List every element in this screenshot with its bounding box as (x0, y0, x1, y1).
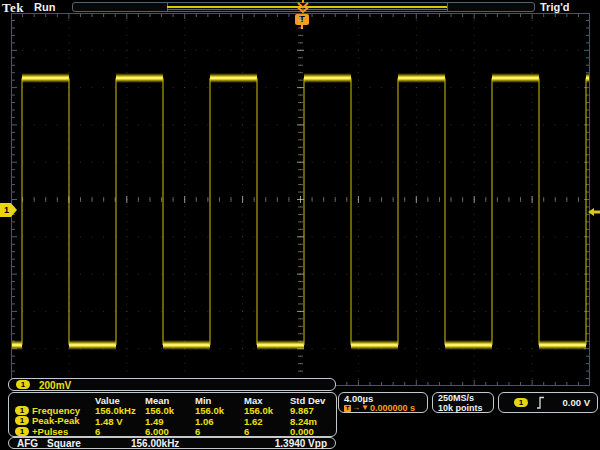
horizontal-readout[interactable]: 4.00µs T→▼0.000000 s (338, 392, 428, 413)
meas2-max: 1.62 (244, 416, 290, 426)
measurement-table: Value Mean Min Max Std Dev 1 Frequency 1… (8, 392, 337, 437)
arrow-right-icon: → (352, 403, 360, 413)
ch1-badge: 1 (16, 380, 30, 389)
afg-status-bar[interactable]: AFG Square 156.00kHz 1.3940 Vpp (8, 437, 336, 449)
meas2-mean: 1.49 (145, 416, 195, 426)
meas2-name: Peak-Peak (32, 415, 80, 426)
trigger-position-icon[interactable] (296, 0, 310, 13)
meas1-max: 156.0k (244, 405, 290, 415)
col-header-value: Value (95, 395, 145, 405)
afg-mode-label: AFG (17, 438, 38, 450)
meas2-stddev: 8.24m (290, 416, 336, 426)
rising-edge-icon (536, 396, 545, 409)
record-view-right-bracket (447, 3, 448, 11)
record-length: 10k points (438, 403, 483, 413)
meas3-source-badge: 1 (15, 427, 29, 436)
col-header-stddev: Std Dev (290, 395, 336, 405)
acquisition-status: Run (34, 1, 55, 13)
trigger-level-value: 0.00 V (563, 397, 590, 408)
meas3-min: 6 (195, 426, 244, 436)
trigger-source-badge: 1 (514, 398, 528, 407)
trigger-level-marker-icon[interactable] (588, 207, 600, 217)
trigger-t-icon: T (344, 405, 351, 412)
meas3-stddev: 0.000 (290, 426, 336, 436)
meas3-mean: 6.000 (145, 426, 195, 436)
acquisition-readout[interactable]: 250MS/s 10k points (432, 392, 494, 413)
triangle-down-icon: ▼ (361, 403, 369, 413)
trigger-status: Trig'd (540, 1, 570, 13)
col-header-max: Max (244, 395, 290, 405)
meas2-min: 1.06 (195, 416, 244, 426)
horizontal-scale: 4.00µs (344, 394, 427, 403)
meas2-source-badge: 1 (15, 416, 29, 425)
afg-amplitude: 1.3940 Vpp (275, 438, 327, 450)
afg-function-label: Square (47, 438, 81, 450)
meas3-value: 6 (95, 426, 145, 436)
trigger-position-value: 0.000000 s (370, 403, 415, 413)
ch1-scale-readout[interactable]: 1 200mV (8, 378, 336, 391)
measurement-row-frequency[interactable]: 1 Frequency (15, 405, 95, 415)
meas3-max: 6 (244, 426, 290, 436)
oscilloscope-screen: Tek Run Trig'd T 1 1 (0, 0, 600, 450)
meas1-stddev: 9.867 (290, 405, 336, 415)
ch1-scale-value: 200mV (39, 380, 71, 391)
meas3-name: +Pulses (32, 426, 68, 437)
meas1-value: 156.0kHz (95, 405, 145, 415)
trigger-position-readout: T→▼0.000000 s (344, 403, 427, 413)
sample-rate: 250MS/s (438, 393, 474, 403)
measurement-row-pulses[interactable]: 1 +Pulses (15, 426, 95, 436)
meas1-source-badge: 1 (15, 406, 29, 415)
measurement-row-peakpeak[interactable]: 1 Peak-Peak (15, 416, 95, 426)
meas1-name: Frequency (32, 405, 80, 416)
trigger-readout[interactable]: 1 0.00 V (498, 392, 598, 413)
ch1-waveform (11, 13, 590, 386)
measurement-corner (15, 395, 95, 405)
meas1-mean: 156.0k (145, 405, 195, 415)
col-header-mean: Mean (145, 395, 195, 405)
meas2-value: 1.48 V (95, 416, 145, 426)
col-header-min: Min (195, 395, 244, 405)
meas1-min: 156.0k (195, 405, 244, 415)
afg-frequency: 156.00kHz (131, 438, 179, 450)
